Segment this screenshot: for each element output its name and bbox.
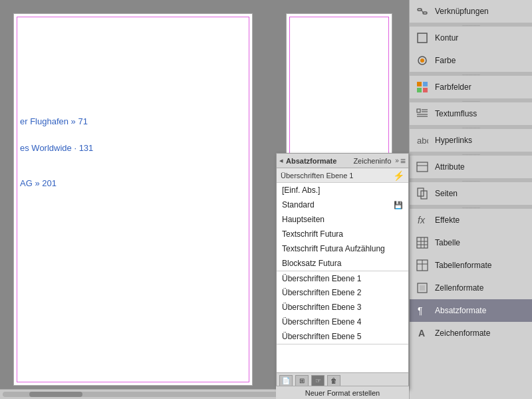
list-item-label: Überschriften Ebene 4 [282,317,361,327]
farbe-icon [415,53,430,68]
page-left [13,13,253,386]
sidebar-item-seiten[interactable]: Seiten [410,182,532,205]
svg-text:A: A [418,328,425,338]
sidebar-item-zellenformate[interactable]: Zellenformate [410,277,532,299]
kontur-icon [415,31,430,45]
subheader-text: Überschriften Ebene 1 [281,172,393,180]
svg-rect-9 [417,88,422,92]
canvas-text-1: er Flughafen » 71 [20,116,88,126]
sidebar-item-label: Absatzformate [435,306,486,315]
list-item-label: Überschriften Ebene 2 [282,288,361,297]
canvas-text-2: es Worldwide · 131 [20,143,93,153]
divider [410,178,532,182]
list-item[interactable]: Hauptseiten [277,212,408,227]
list-item-label: Hauptseiten [282,215,325,224]
list-item-label: Blocksatz Futura [282,259,341,268]
absatz-panel: ◂ Absatzformate Zeicheninfo » ≡ Überschr… [276,153,409,389]
standard-icon: 💾 [394,201,403,209]
toolbar-btn-delete[interactable]: 🗑 [327,375,340,387]
divider [410,98,532,102]
absatzformate-icon: ¶ [415,303,430,318]
svg-rect-7 [417,82,422,86]
lightning-icon: ⚡ [393,170,404,181]
absatz-subheader: Überschriften Ebene 1 ⚡ [277,168,408,183]
divider [410,125,532,129]
sidebar-item-label: Farbfelder [435,82,471,92]
sidebar-item-absatzformate[interactable]: ¶ Absatzformate [410,299,532,322]
zeicheninfo-tab-label[interactable]: Zeicheninfo [353,157,391,165]
sidebar-item-tabelle[interactable]: Tabelle [410,231,532,254]
list-item[interactable]: Überschriften Ebene 3 [277,300,408,315]
create-format-button[interactable]: Neuer Format erstellen [305,389,380,397]
svg-rect-22 [417,237,428,248]
sidebar-item-label: Tabelle [435,238,460,247]
sidebar-item-kontur[interactable]: Kontur [410,27,532,49]
sidebar-item-label: Hyperlinks [435,136,472,145]
sidebar-item-attribute[interactable]: Attribute [410,156,532,178]
absatz-panel-header: ◂ Absatzformate Zeicheninfo » ≡ [277,154,408,168]
textumfluss-icon [415,106,430,121]
sidebar-item-label: Verknüpfungen [435,7,489,16]
hyperlinks-icon: abc [415,133,430,148]
sidebar-item-label: Zeichenformate [435,329,490,338]
svg-rect-11 [417,109,420,112]
svg-text:abc: abc [417,136,428,146]
toolbar-btn-layout[interactable]: ⊞ [295,375,309,387]
sidebar-item-farbfelder[interactable]: Farbfelder [410,76,532,98]
list-item-label: Überschriften Ebene 5 [282,332,361,341]
divider [410,23,532,27]
list-item[interactable]: Überschriften Ebene 5 [277,329,408,344]
toolbar-btn-cursor[interactable]: ☞ [311,375,325,387]
panel-menu-icon[interactable]: ≡ [400,156,406,166]
absatz-list[interactable]: [Einf. Abs.] Standard 💾 Hauptseiten Text… [277,183,408,372]
list-item[interactable]: Überschriften Ebene 2 [277,285,408,300]
effekte-icon: fx [415,213,430,227]
svg-rect-8 [423,82,428,86]
svg-text:fx: fx [418,215,426,225]
svg-rect-4 [419,35,426,41]
list-item-label: Standard [282,200,315,209]
list-item[interactable]: Standard 💾 [277,198,408,212]
panel-more-icon[interactable]: » [395,157,399,164]
list-item[interactable]: Überschriften Ebene 4 [277,315,408,329]
toolbar-btn-page[interactable]: 📄 [279,375,293,387]
zellenformate-icon [415,281,430,295]
sidebar-item-tabellenformate[interactable]: Tabellenformate [410,254,532,277]
svg-text:¶: ¶ [418,305,423,316]
sidebar-item-effekte[interactable]: fx Effekte [410,209,532,231]
svg-rect-10 [423,88,428,92]
svg-rect-17 [417,162,428,172]
sidebar-item-label: Seiten [435,189,458,198]
list-item[interactable]: [Einf. Abs.] [277,183,408,198]
divider [410,205,532,209]
list-item[interactable]: Überschriften Ebene 1 [277,271,408,285]
svg-point-6 [420,59,424,63]
sidebar-item-label: Tabellenformate [435,261,491,270]
list-item[interactable]: Blocksatz Futura [277,256,408,271]
attribute-icon [415,160,430,174]
tabelle-icon [415,235,430,250]
link-icon [415,4,430,19]
sidebar-item-hyperlinks[interactable]: abc Hyperlinks [410,129,532,152]
sidebar-item-label: Zellenformate [435,283,483,293]
list-item-label: Textschrift Futura [282,229,343,239]
canvas-text-3: AG » 201 [20,178,57,188]
create-btn-area: Neuer Format erstellen [276,386,409,399]
panel-tab-icon: ◂ [279,156,283,165]
list-item[interactable]: Textschrift Futura Aufzählung [277,241,408,256]
sidebar-item-farbe[interactable]: Farbe [410,49,532,72]
divider [410,152,532,156]
scrollbar-thumb[interactable] [29,392,82,397]
sidebar-item-verknuepfungen[interactable]: Verknüpfungen [410,0,532,23]
tabellenformate-icon [415,258,430,273]
divider [410,72,532,76]
farbfelder-icon [415,80,430,94]
sidebar-item-label: Attribute [435,162,465,172]
sidebar-item-label: Effekte [435,215,460,225]
right-sidebar: Verknüpfungen Kontur Farbe Farbfelder Te… [409,0,532,399]
sidebar-item-textumfluss[interactable]: Textumfluss [410,102,532,125]
sidebar-item-label: Farbe [435,56,456,65]
sidebar-item-zeichenformate[interactable]: A Zeichenformate [410,322,532,344]
list-item[interactable]: Textschrift Futura [277,227,408,241]
absatz-tab-label[interactable]: Absatzformate [286,157,353,165]
